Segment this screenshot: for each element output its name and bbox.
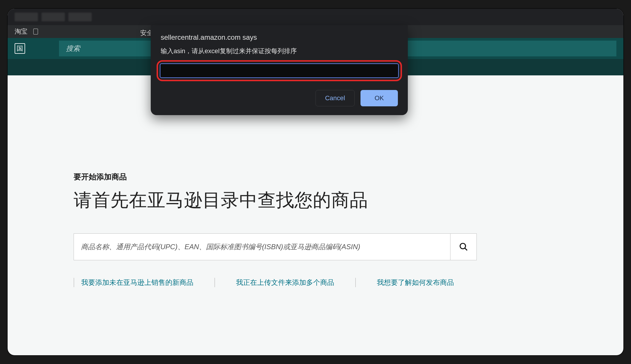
link-learn-publish[interactable]: 我想要了解如何发布商品	[355, 278, 475, 287]
dialog-origin: sellercentral.amazon.com says	[161, 33, 398, 41]
file-icon	[33, 29, 38, 34]
bookmark-taobao[interactable]: 淘宝	[15, 27, 27, 36]
search-icon	[459, 242, 468, 252]
js-prompt-dialog: sellercentral.amazon.com says 输入asin，请从e…	[151, 25, 408, 115]
product-search-button[interactable]	[450, 233, 477, 260]
dialog-buttons: Cancel OK	[161, 90, 398, 106]
dialog-input-highlight	[157, 60, 402, 81]
bookmark-file[interactable]	[33, 29, 38, 34]
tab-placeholder	[41, 13, 65, 21]
link-add-new-product[interactable]: 我要添加未在亚马逊上销售的新商品	[74, 278, 214, 287]
link-row: 我要添加未在亚马逊上销售的新商品 我正在上传文件来添加多个商品 我想要了解如何发…	[74, 278, 557, 287]
svg-line-1	[465, 248, 467, 250]
product-search-input[interactable]	[74, 233, 450, 260]
page-title: 请首先在亚马逊目录中查找您的商品	[74, 188, 557, 212]
content-subtitle: 要开始添加商品	[74, 172, 557, 182]
browser-window: 淘宝 安全 国 要开始添加商品 请首先在亚马逊目录中查找您的商品	[8, 9, 623, 355]
tab-placeholder	[68, 13, 92, 21]
dialog-message: 输入asin，请从excel复制过来并保证按每列排序	[161, 47, 398, 56]
cancel-button[interactable]: Cancel	[316, 90, 355, 106]
bookmark-label: 淘宝	[15, 27, 27, 36]
product-search-row	[74, 233, 477, 260]
tab-placeholder	[15, 13, 38, 21]
country-label: 国	[17, 44, 23, 53]
country-selector[interactable]: 国	[15, 43, 25, 54]
blurred-tabs	[15, 13, 92, 21]
browser-tab-bar	[8, 9, 623, 25]
link-uploading-file[interactable]: 我正在上传文件来添加多个商品	[214, 278, 355, 287]
svg-point-0	[460, 243, 466, 249]
ok-button[interactable]: OK	[360, 90, 398, 106]
dialog-input[interactable]	[160, 63, 399, 78]
